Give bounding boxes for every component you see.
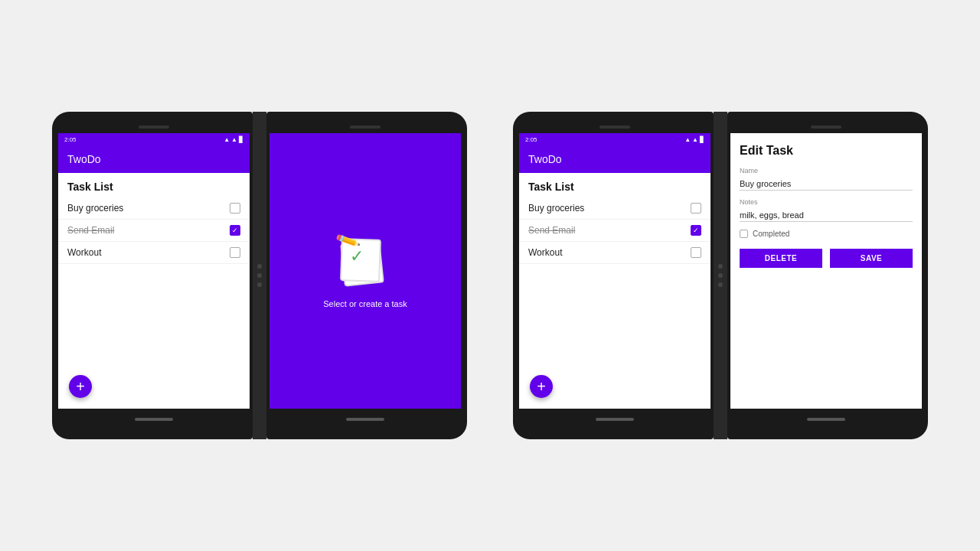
task-label-buy-groceries-left: Buy groceries [67,203,123,214]
app-title-left: TwoDo [67,153,101,165]
right-device-right-shell: Edit Task Name Notes Completed DELETE SA… [727,112,928,439]
app-bar-right-left: TwoDo [519,145,710,173]
empty-text: Select or create a task [323,299,407,308]
notes-field-label: Notes [740,198,913,206]
hinge-dot-2 [257,273,262,278]
left-device: 2:05 ▲ ▲ ▊ TwoDo Task List Buy groceries [52,112,467,439]
task-list-left: Task List Buy groceries Send Email Worko… [58,173,250,409]
task-list-heading-left: Task List [58,173,250,197]
right-device-right-screen: Edit Task Name Notes Completed DELETE SA… [730,133,922,409]
task-checkbox-send-email-left[interactable] [230,225,240,236]
status-time-right-left: 2:05 [525,136,537,143]
task-checkbox-workout-right[interactable] [691,247,701,258]
hinge-dot-r2 [718,273,723,278]
task-item-send-email-right[interactable]: Send Email [519,220,710,242]
task-item-send-email-left[interactable]: Send Email [58,220,250,242]
task-label-send-email-right: Send Email [528,225,575,236]
battery-icon-r: ▊ [700,136,704,143]
nav-pill-right-right [807,418,845,421]
task-item-buy-groceries-right[interactable]: Buy groceries [519,197,710,220]
delete-button[interactable]: DELETE [740,249,822,268]
nav-pill-right-left [596,418,634,421]
hinge-dot-1 [257,264,262,269]
left-device-hinge [253,112,266,439]
nav-bar-left-left [58,413,250,425]
scene: 2:05 ▲ ▲ ▊ TwoDo Task List Buy groceries [52,112,928,439]
completed-label: Completed [753,230,789,238]
status-bar-right-left: 2:05 ▲ ▲ ▊ [519,133,710,145]
wifi-icon: ▲ [224,136,230,143]
app-title-right-left: TwoDo [528,153,562,165]
task-label-workout-right: Workout [528,247,562,258]
right-device-left-shell: 2:05 ▲ ▲ ▊ TwoDo Task List Buy groceries [513,112,714,439]
right-device: 2:05 ▲ ▲ ▊ TwoDo Task List Buy groceries [513,112,928,439]
status-icons-left: ▲ ▲ ▊ [224,136,243,143]
nav-bar-right-left [519,413,710,425]
task-label-buy-groceries-right: Buy groceries [528,203,584,214]
task-label-workout-left: Workout [67,247,101,258]
fab-right[interactable]: + [530,375,553,398]
status-bar-left: 2:05 ▲ ▲ ▊ [58,133,250,145]
edit-panel: Edit Task Name Notes Completed DELETE SA… [730,133,922,409]
signal-icon-r: ▲ [692,136,698,143]
task-item-buy-groceries-left[interactable]: Buy groceries [58,197,250,220]
task-checkbox-buy-groceries-left[interactable] [230,203,240,214]
speaker-left [139,126,169,129]
status-icons-right-left: ▲ ▲ ▊ [684,136,704,143]
signal-icon: ▲ [231,136,237,143]
hinge-dot-3 [257,282,262,287]
task-checkbox-send-email-right[interactable] [691,225,701,236]
notes-field-input[interactable] [740,209,913,222]
left-device-left-screen: 2:05 ▲ ▲ ▊ TwoDo Task List Buy groceries [58,133,250,409]
task-item-workout-left[interactable]: Workout [58,242,250,264]
nav-bar-left-right [270,413,461,425]
name-field-label: Name [740,167,913,174]
fab-left[interactable]: + [69,375,92,398]
nav-pill-left-left [135,418,173,421]
hinge-dot-r1 [718,264,723,269]
task-list-right: Task List Buy groceries Send Email Worko… [519,173,710,409]
task-checkbox-workout-left[interactable] [230,247,240,258]
nav-bar-right-right [730,413,922,425]
edit-actions: DELETE SAVE [740,249,913,268]
task-label-send-email-left: Send Email [67,225,114,236]
left-device-right-shell: ✓ ✏️ Select or create a task [266,112,467,439]
app-bar-left: TwoDo [58,145,250,173]
right-device-left-screen: 2:05 ▲ ▲ ▊ TwoDo Task List Buy groceries [519,133,710,409]
name-field-input[interactable] [740,178,913,191]
left-device-left-shell: 2:05 ▲ ▲ ▊ TwoDo Task List Buy groceries [52,112,253,439]
speaker-right-device-right [811,126,841,129]
edit-task-title: Edit Task [740,144,913,158]
task-item-workout-right[interactable]: Workout [519,242,710,264]
battery-icon: ▊ [239,136,243,143]
speaker-right-left-device [350,126,381,129]
nav-pill-left-right [346,418,384,421]
empty-panel: ✓ ✏️ Select or create a task [270,133,461,409]
status-time-left: 2:05 [64,136,77,143]
task-checkbox-buy-groceries-right[interactable] [691,203,701,214]
wifi-icon-r: ▲ [684,136,691,143]
completed-row: Completed [740,230,913,238]
hinge-dot-r3 [718,282,723,287]
completed-checkbox[interactable] [740,230,748,238]
speaker-right-device-left [599,126,630,129]
save-button[interactable]: SAVE [830,249,913,268]
task-list-heading-right: Task List [519,173,710,197]
empty-illustration: ✓ ✏️ [335,234,396,292]
right-device-hinge [714,112,727,439]
